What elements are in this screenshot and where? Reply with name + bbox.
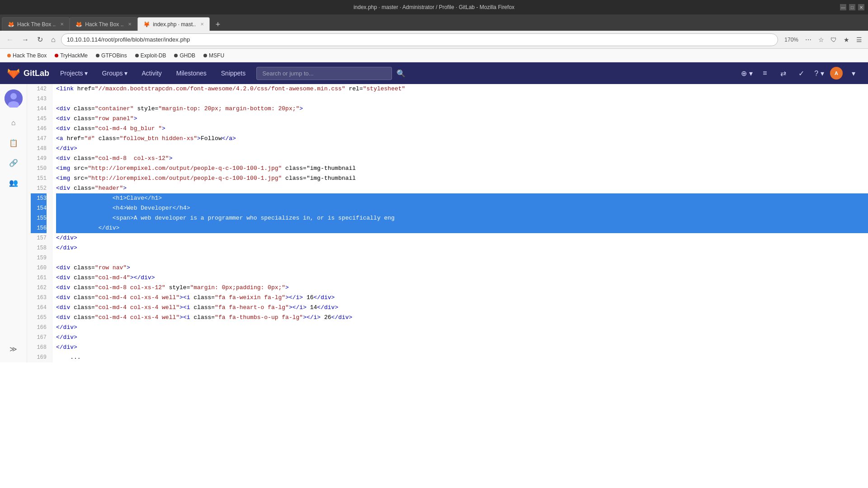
bookmark-htb[interactable]: Hack The Box <box>4 51 50 60</box>
gitlab-logo-text: GitLab <box>24 69 49 78</box>
todos-button[interactable]: ✓ <box>794 66 808 80</box>
bookmark-thm-label: TryHackMe <box>60 52 88 59</box>
line-number-159: 159 <box>31 253 47 263</box>
url-bar[interactable]: 10.10.10.114/root/profile/blob/master/in… <box>61 33 778 46</box>
main-layout: ⌂ 📋 🔗 👥 ≫ 142143144145146147148149150151… <box>0 84 868 362</box>
search-button[interactable]: 🔍 <box>394 66 408 80</box>
code-line-161[interactable]: <div class="col-md-4"></div> <box>56 273 868 283</box>
nav-snippets[interactable]: Snippets <box>217 68 249 79</box>
code-line-145[interactable]: <div class="row panel"> <box>56 114 868 124</box>
tab-2[interactable]: 🦊 Hack The Box .. ✕ <box>70 17 137 31</box>
bookmark-ghdb[interactable]: GHDB <box>170 51 199 60</box>
sidebar-item-mr[interactable]: 🔗 <box>5 155 22 171</box>
line-number-156: 156 <box>31 223 47 233</box>
code-line-167[interactable]: </div> <box>56 333 868 343</box>
code-line-144[interactable]: <div class="container" style="margin-top… <box>56 104 868 114</box>
window-controls[interactable]: — □ ✕ <box>840 4 864 10</box>
minimize-button[interactable]: — <box>840 4 846 10</box>
code-line-150[interactable]: <img src="http://lorempixel.com/output/p… <box>56 164 868 174</box>
code-line-168[interactable]: </div> <box>56 343 868 352</box>
gitlab-navbar: GitLab Projects ▾ Groups ▾ Activity Mile… <box>0 62 868 84</box>
back-button[interactable]: ← <box>4 34 16 46</box>
nav-activity[interactable]: Activity <box>138 68 165 79</box>
forward-button[interactable]: → <box>19 34 32 46</box>
bookmark-exploitdb-icon <box>135 54 139 57</box>
home-icon: ⌂ <box>11 119 16 127</box>
code-line-165[interactable]: <div class="col-md-4 col-xs-4 well"><i c… <box>56 313 868 323</box>
bookmark-htb-icon <box>7 54 11 57</box>
line-number-166: 166 <box>31 323 47 333</box>
sidebar: ⌂ 📋 🔗 👥 ≫ <box>0 84 27 362</box>
tab-3[interactable]: 🦊 index.php · mast.. ✕ <box>137 17 210 31</box>
code-line-153[interactable]: <h1>Clave</h1> <box>56 193 868 203</box>
bookmark-button[interactable]: ☆ <box>816 34 826 45</box>
new-item-button[interactable]: ⊕ ▾ <box>740 66 754 80</box>
code-line-151[interactable]: <img src="http://lorempixel.com/output/p… <box>56 174 868 183</box>
tab-2-close[interactable]: ✕ <box>128 22 132 27</box>
code-line-164[interactable]: <div class="col-md-4 col-xs-4 well"><i c… <box>56 303 868 313</box>
code-line-163[interactable]: <div class="col-md-4 col-xs-4 well"><i c… <box>56 293 868 303</box>
gitlab-logo[interactable]: GitLab <box>7 67 49 80</box>
sidebar-user-avatar[interactable] <box>5 89 23 108</box>
code-lines[interactable]: <link href="//maxcdn.bootstrapcdn.com/fo… <box>52 84 868 362</box>
line-number-161: 161 <box>31 273 47 283</box>
bookmark-exploitdb[interactable]: Exploit-DB <box>132 51 170 60</box>
window-title: index.php · master · Administrator / Pro… <box>354 4 514 10</box>
code-line-155[interactable]: <span>A web developer is a programmer wh… <box>56 213 868 223</box>
code-content: 1421431441451461471481491501511521531541… <box>27 84 868 362</box>
tab-1[interactable]: 🦊 Hack The Box .. ✕ <box>2 17 70 31</box>
code-line-160[interactable]: <div class="row nav"> <box>56 263 868 273</box>
chevron-left-icon: ≫ <box>9 345 17 353</box>
search-area[interactable]: 🔍 <box>256 66 732 80</box>
code-line-169[interactable]: ... <box>56 352 868 362</box>
code-line-142[interactable]: <link href="//maxcdn.bootstrapcdn.com/fo… <box>56 84 868 94</box>
sidebar-item-home[interactable]: ⌂ <box>5 115 22 131</box>
code-line-146[interactable]: <div class="col-md-4 bg_blur "> <box>56 124 868 134</box>
bookmark-msfu[interactable]: MSFU <box>200 51 228 60</box>
nav-projects[interactable]: Projects ▾ <box>57 68 91 79</box>
user-avatar[interactable]: A <box>830 67 843 80</box>
close-button[interactable]: ✕ <box>858 4 864 10</box>
code-line-166[interactable]: </div> <box>56 323 868 333</box>
code-line-147[interactable]: <a href="#" class="follow_btn hidden-xs"… <box>56 134 868 144</box>
bookmark-gtfobins[interactable]: GTFOBins <box>92 51 131 60</box>
sidebar-item-snippets[interactable]: 📋 <box>5 135 22 151</box>
mr-button[interactable]: ⇄ <box>776 66 790 80</box>
line-number-160: 160 <box>31 263 47 273</box>
code-line-148[interactable]: </div> <box>56 144 868 154</box>
shield-icon[interactable]: 🛡 <box>828 34 839 45</box>
line-number-149: 149 <box>31 154 47 164</box>
code-line-149[interactable]: <div class="col-md-8 col-xs-12"> <box>56 154 868 164</box>
sidebar-collapse-button[interactable]: ≫ <box>5 341 22 357</box>
code-line-143[interactable] <box>56 94 868 104</box>
extensions-button[interactable]: ⋯ <box>803 34 814 45</box>
sidebar-item-members[interactable]: 👥 <box>5 174 22 191</box>
home-button[interactable]: ⌂ <box>48 34 58 46</box>
tab-1-close[interactable]: ✕ <box>60 22 64 27</box>
tab-3-close[interactable]: ✕ <box>200 22 204 27</box>
sidebar-avatar-image <box>5 89 23 108</box>
code-line-158[interactable]: </div> <box>56 243 868 253</box>
user-menu-chevron[interactable]: ▾ <box>846 66 861 80</box>
code-line-152[interactable]: <div class="header"> <box>56 183 868 193</box>
nav-milestones[interactable]: Milestones <box>173 68 210 79</box>
nav-groups[interactable]: Groups ▾ <box>99 68 131 79</box>
url-text: 10.10.10.114/root/profile/blob/master/in… <box>67 36 190 43</box>
new-tab-button[interactable]: + <box>212 18 224 31</box>
code-line-157[interactable]: </div> <box>56 233 868 243</box>
bookmark-msfu-label: MSFU <box>209 52 224 59</box>
bookmark-thm[interactable]: TryHackMe <box>51 51 91 60</box>
code-line-156[interactable]: </div> <box>56 223 868 233</box>
menu-button[interactable]: ☰ <box>854 34 864 45</box>
refresh-button[interactable]: ↻ <box>34 33 46 46</box>
line-number-151: 151 <box>31 174 47 183</box>
code-line-159[interactable] <box>56 253 868 263</box>
maximize-button[interactable]: □ <box>849 4 855 10</box>
issues-button[interactable]: ≡ <box>758 66 772 80</box>
search-input[interactable] <box>256 67 392 80</box>
star-button[interactable]: ★ <box>841 34 852 45</box>
help-button[interactable]: ? ▾ <box>812 66 826 80</box>
line-number-165: 165 <box>31 313 47 323</box>
code-line-154[interactable]: <h4>Web Developer</h4> <box>56 203 868 213</box>
code-line-162[interactable]: <div class="col-md-8 col-xs-12" style="m… <box>56 283 868 293</box>
